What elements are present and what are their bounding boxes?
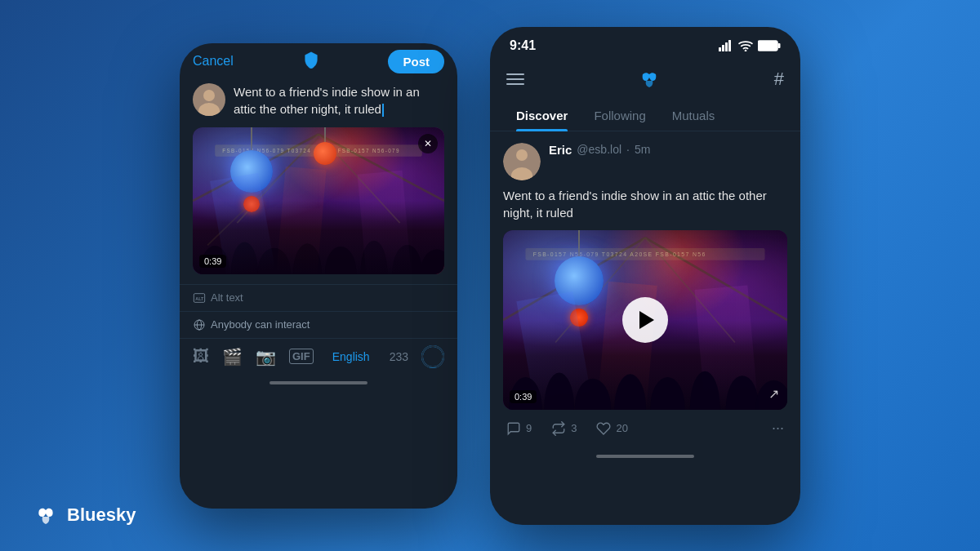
alt-text-label: Alt text [211,291,243,304]
svg-point-11 [325,246,356,273]
tab-following[interactable]: Following [581,100,658,131]
post-text: Went to a friend's indie show in an atti… [503,187,787,223]
svg-point-14 [421,249,444,273]
home-indicator [270,381,368,384]
comment-icon [506,421,521,436]
globe-icon [193,318,206,331]
tab-discover[interactable]: Discover [503,100,581,131]
svg-point-37 [650,377,684,410]
svg-text:ALT: ALT [195,295,204,300]
compose-text-field[interactable]: Went to a friend's indie show in an atti… [234,83,444,118]
svg-point-36 [614,374,645,410]
menu-line-3 [506,83,524,85]
close-video-button[interactable]: ✕ [418,134,438,153]
post-avatar [503,143,541,180]
avatar [193,83,225,116]
svg-rect-22 [725,42,728,51]
interact-label: Anybody can interact [211,318,310,331]
video-icon[interactable]: 🎬 [222,347,243,367]
post-video[interactable]: FSB-0157 N56-079 T03724 A20SE FSB-0157 N… [503,230,787,410]
svg-point-24 [745,49,747,51]
post-button[interactable]: Post [388,50,444,73]
signal-icon [719,40,733,51]
search-icon[interactable]: # [774,69,784,90]
shield-icon [302,51,320,72]
post-actions: 9 3 20 ··· [503,420,787,437]
repost-button[interactable]: 3 [551,421,577,436]
video-timestamp: 0:39 [199,255,226,268]
svg-rect-25 [758,41,777,51]
like-count: 20 [616,422,627,434]
camera-icon[interactable]: 📷 [256,347,276,367]
image-icon[interactable]: 🖼 [193,347,209,366]
lamp-2 [314,127,336,165]
compose-header: Cancel Post [180,43,457,83]
char-ring [421,345,444,368]
post-video-timestamp: 0:39 [510,390,537,403]
heart-icon [596,421,611,436]
svg-point-35 [575,379,611,410]
language-button[interactable]: English [332,350,370,363]
repost-count: 3 [571,422,577,434]
interact-setting[interactable]: Anybody can interact [180,311,457,338]
svg-rect-21 [722,45,724,51]
play-triangle [639,311,654,329]
gif-icon[interactable]: GIF [289,349,314,364]
post-item: Eric @esb.lol · 5m Went to a friend's in… [490,131,800,449]
brand-logo: Bluesky [33,502,136,528]
svg-point-34 [544,373,574,410]
svg-point-39 [726,375,759,410]
repost-icon [551,421,566,436]
svg-point-38 [690,371,720,410]
comment-count: 9 [526,422,532,434]
compose-video-preview: FSB-0157 N56-079 T03724 A20SE FSB-0157 N… [193,127,444,274]
like-button[interactable]: 20 [596,421,627,436]
svg-rect-23 [728,40,731,51]
bluesky-logo [636,66,662,92]
play-button[interactable] [622,297,668,343]
compose-body: Went to a friend's indie show in an atti… [180,83,457,118]
brand-butterfly-icon [33,502,59,528]
brand-name: Bluesky [67,504,136,526]
feed-header: # [490,58,800,100]
compose-toolbar: 🖼 🎬 📷 GIF English 233 [180,338,457,375]
post-separator: · [626,143,630,156]
post-meta: Eric @esb.lol · 5m [549,143,787,180]
tab-mutuals[interactable]: Mutuals [659,100,728,131]
post-time: 5m [635,143,650,156]
alt-text-row[interactable]: ALT Alt text [180,284,457,311]
status-time: 9:41 [510,38,536,53]
post-author-name: Eric [549,143,572,157]
svg-rect-20 [719,47,721,51]
share-icon[interactable]: ↗ [768,386,779,402]
home-indicator-right [596,455,694,458]
wifi-icon [738,40,753,51]
feed-tabs: Discover Following Mutuals [490,100,800,131]
post-name-row: Eric @esb.lol · 5m [549,143,787,157]
compose-phone: Cancel Post Went to a friend's indie sho… [180,43,457,509]
alt-text-icon: ALT [193,291,206,304]
menu-line-1 [506,73,524,75]
status-bar: 9:41 [490,27,800,58]
svg-rect-26 [778,43,781,48]
comment-button[interactable]: 9 [506,421,532,436]
status-icons [719,40,781,51]
cancel-button[interactable]: Cancel [193,54,234,69]
char-count: 233 [390,350,408,363]
menu-line-2 [506,78,524,80]
battery-icon [758,40,781,51]
post-author-handle: @esb.lol [577,143,621,156]
more-button[interactable]: ··· [772,420,784,437]
menu-button[interactable] [506,73,524,85]
post-header: Eric @esb.lol · 5m [503,143,787,180]
feed-phone: 9:41 [490,27,800,525]
